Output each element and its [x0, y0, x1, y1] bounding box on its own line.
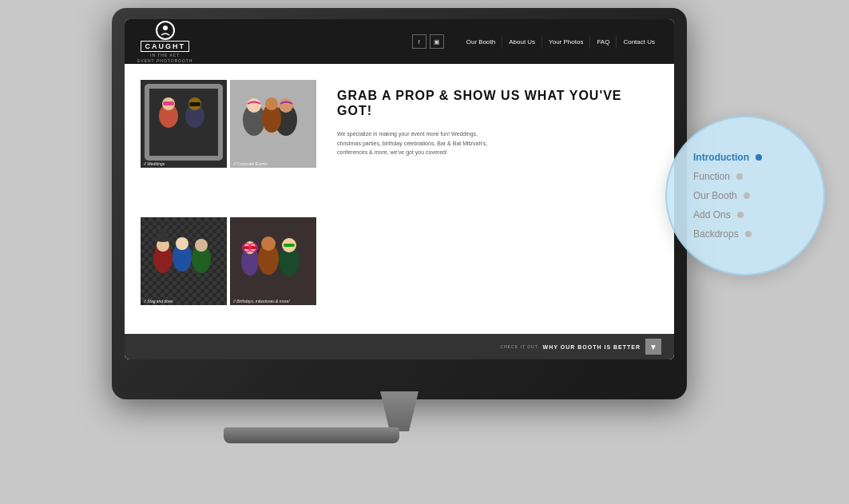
svg-point-25 [195, 239, 208, 252]
tooltip-dot-add-ons [737, 212, 744, 218]
tooltip-item-function: Function [693, 171, 797, 182]
photo-weddings: // Weddings [141, 80, 227, 168]
photo-people-1 [141, 80, 227, 168]
svg-point-23 [176, 237, 188, 250]
tooltip-dot-introduction [756, 154, 762, 161]
logo-area: CAUGHT IN THE ACT EVENT PHOTOBOOTH [137, 21, 192, 63]
monitor-base [224, 427, 399, 443]
photo-people-3 [141, 217, 227, 305]
cta-bar[interactable]: Check it out. WHY OUR BOOTH IS BETTER ▼ [125, 334, 674, 359]
svg-rect-8 [189, 102, 200, 106]
svg-point-13 [279, 98, 293, 113]
photo-people-2 [230, 80, 316, 168]
text-content: GRAB A PROP & SHOW US WHAT YOU'VE GOT! W… [329, 80, 658, 351]
photo-label-3: // Stag and does [144, 299, 173, 304]
site-nav: Our Booth About Us Your Photos FAQ Conta… [460, 35, 661, 49]
facebook-icon[interactable]: f [412, 34, 426, 49]
cta-arrow-icon[interactable]: ▼ [645, 339, 661, 355]
site-header: CAUGHT IN THE ACT EVENT PHOTOBOOTH f ▣ O… [125, 19, 674, 64]
logo-sub: EVENT PHOTOBOOTH [137, 58, 192, 63]
tooltip-label-function: Function [693, 171, 730, 182]
tooltip-item-add-ons: Add Ons [693, 209, 797, 220]
cta-main-text: WHY OUR BOOTH IS BETTER [543, 344, 641, 350]
tooltip-item-introduction: Introduction [693, 152, 797, 163]
nav-contact-us[interactable]: Contact Us [616, 35, 661, 49]
tooltip-dot-backdrops [745, 231, 752, 237]
instagram-icon[interactable]: ▣ [430, 34, 444, 49]
svg-point-0 [163, 26, 168, 30]
logo-svg [160, 25, 171, 36]
screen-bezel: CAUGHT IN THE ACT EVENT PHOTOBOOTH f ▣ O… [125, 19, 674, 359]
tooltip-label-our-booth: Our Booth [693, 190, 737, 201]
content-area: // Weddings [125, 64, 674, 359]
photo-art-2 [230, 80, 316, 168]
photo-people-4 [230, 217, 316, 305]
tooltip-item-backdrops: Backdrops [693, 228, 797, 240]
site-main: // Weddings [125, 64, 674, 359]
svg-rect-7 [163, 101, 174, 105]
header-right: f ▣ Our Booth About Us Your Photos FAQ C… [412, 34, 661, 49]
svg-rect-27 [159, 229, 167, 239]
svg-point-11 [247, 98, 261, 113]
nav-your-photos[interactable]: Your Photos [542, 35, 589, 49]
svg-point-15 [265, 97, 278, 110]
photo-art-4 [230, 217, 316, 305]
photo-label-4: // Birthdays, milestones & more! [233, 299, 290, 304]
main-headline: GRAB A PROP & SHOW US WHAT YOU'VE GOT! [337, 88, 658, 118]
photo-art-3 [141, 217, 227, 305]
website: CAUGHT IN THE ACT EVENT PHOTOBOOTH f ▣ O… [125, 19, 674, 359]
photo-stag: // Stag and does [141, 217, 227, 305]
tooltip-label-add-ons: Add Ons [693, 209, 731, 220]
logo-tagline: IN THE ACT [150, 53, 180, 58]
tooltip-item-our-booth: Our Booth [693, 190, 797, 201]
scene: CAUGHT IN THE ACT EVENT PHOTOBOOTH f ▣ O… [0, 0, 849, 504]
svg-point-32 [261, 236, 276, 251]
logo-icon [156, 21, 175, 40]
tooltip-dot-our-booth [744, 192, 750, 199]
monitor-body: CAUGHT IN THE ACT EVENT PHOTOBOOTH f ▣ O… [112, 8, 687, 399]
monitor-screen: CAUGHT IN THE ACT EVENT PHOTOBOOTH f ▣ O… [125, 19, 674, 359]
nav-our-booth[interactable]: Our Booth [460, 35, 502, 49]
photo-label-1: // Weddings [144, 161, 165, 166]
svg-rect-35 [244, 246, 256, 249]
photo-label-2: // Corporate Events [233, 161, 268, 166]
nav-about-us[interactable]: About Us [502, 35, 542, 49]
photo-corporate: // Corporate Events [230, 80, 316, 168]
social-icons: f ▣ [412, 34, 444, 49]
photo-birthdays: // Birthdays, milestones & more! [230, 217, 316, 305]
main-body-text: We specialize in making your event more … [337, 129, 497, 157]
svg-rect-36 [284, 244, 295, 247]
tooltip-dot-function [736, 173, 743, 180]
cta-small-text: Check it out. [501, 344, 540, 349]
svg-rect-1 [141, 80, 227, 168]
tooltip-label-backdrops: Backdrops [693, 228, 739, 240]
logo-brand: CAUGHT [141, 41, 189, 52]
nav-tooltip: Introduction Function Our Booth Add Ons … [665, 116, 825, 276]
photo-grid: // Weddings [141, 80, 316, 351]
nav-faq[interactable]: FAQ [589, 35, 616, 49]
photo-art-1 [141, 80, 227, 168]
tooltip-label-introduction: Introduction [693, 152, 749, 163]
